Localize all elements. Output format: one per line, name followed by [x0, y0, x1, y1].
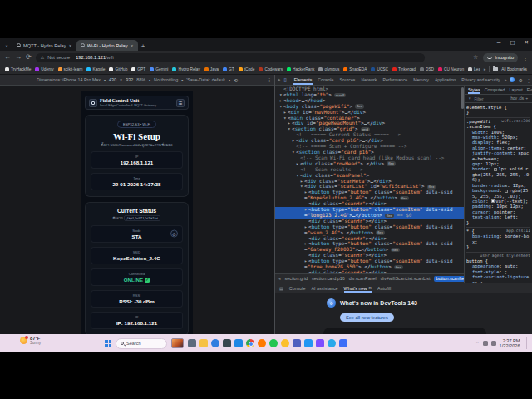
all-bookmarks-button[interactable]: All Bookmarks [501, 67, 527, 71]
dom-tree-row[interactable]: ▸<button type="button" class="scanItem" … [275, 224, 464, 236]
volume-icon[interactable] [491, 341, 496, 346]
vscode-icon[interactable] [304, 339, 313, 347]
bookmark-item[interactable]: UCSC [371, 67, 388, 71]
more-tabs-icon[interactable]: » [505, 77, 507, 82]
tray-chevron-icon[interactable]: ⌃ [475, 341, 480, 346]
tab-wifi[interactable]: Wi-Fi - Hydro Relay ✕ [76, 40, 138, 51]
blue-app-icon[interactable] [339, 339, 347, 347]
file-explorer-icon[interactable] [188, 339, 196, 347]
bookmark-item[interactable]: Gemini [150, 67, 168, 71]
bookmark-item[interactable]: Tinkercad [392, 67, 416, 71]
styles-tab-computed[interactable]: Computed [485, 87, 505, 92]
tab-mqtt[interactable]: MQTT - Hydro Relay ✕ [12, 40, 76, 51]
show-desktop-button[interactable] [526, 337, 528, 349]
device-zoom-select[interactable]: 88% [136, 77, 145, 82]
drawer-tab-autofill[interactable]: Autofill [377, 283, 391, 293]
forward-button[interactable]: → [15, 54, 22, 61]
styles-toolbar-icons[interactable]: :hov .cls ＋ [510, 96, 529, 101]
maximize-button[interactable]: ▢ [510, 39, 515, 46]
breadcrumb-item[interactable]: button.scanItem [434, 276, 464, 282]
css-property[interactable]: font-variant-ligatures: ; [466, 274, 530, 283]
dom-tree-row[interactable]: ▸<button type="button" class="scanItem" … [275, 241, 464, 253]
taskbar-search[interactable]: Search [116, 338, 167, 349]
styles-filter-input[interactable]: Filter [474, 96, 483, 101]
breadcrumb-item[interactable]: section.card.p16 [312, 276, 345, 281]
drawer-tab-console[interactable]: Console [289, 283, 306, 293]
drawer-menu-icon[interactable]: ▤ [279, 286, 283, 291]
bookmark-item[interactable]: Hydro Relay [172, 67, 200, 71]
bookmark-item[interactable]: GitHub [109, 67, 127, 71]
bookmark-item[interactable]: DSD [420, 67, 434, 71]
tab-close-icon[interactable]: ✕ [69, 43, 72, 48]
profile-dot-icon[interactable] [510, 77, 515, 82]
styles-tab-event-listeners[interactable]: Event Listeners [527, 87, 532, 92]
folder-icon[interactable] [200, 339, 208, 347]
dom-tree-row[interactable]: ▸<button type="button" class="scanItem" … [275, 190, 464, 201]
bookmark-item[interactable]: tCode [239, 67, 255, 71]
bookmark-item[interactable]: HackerRank [287, 67, 314, 71]
bookmarks-overflow-icon[interactable]: » [484, 66, 486, 71]
bookmark-item[interactable]: Kaggle [86, 67, 105, 71]
edge-browser-icon[interactable] [211, 339, 219, 347]
css-rule-header[interactable]: wifi.css:300.pageWifi .scanItem { [466, 119, 530, 130]
rotate-device-icon[interactable]: ⟲ [234, 77, 238, 83]
save-data-select[interactable]: 'Save-Data': default [186, 77, 225, 82]
devtools-tab-application[interactable]: Application [434, 76, 456, 85]
styles-tab-styles[interactable]: Styles [468, 86, 480, 94]
bookmark-item[interactable]: Udemy [35, 67, 53, 71]
dom-tree-row[interactable]: ▸<button type="button" class="scanItem" … [275, 207, 464, 219]
devtools-tab-memory[interactable]: Memory [412, 76, 430, 85]
breadcrumb-scroll-left-icon[interactable]: ◂ [278, 276, 281, 281]
start-button[interactable] [105, 340, 111, 347]
teams-icon[interactable] [293, 339, 301, 347]
bookmark-item[interactable]: Codewars [259, 67, 283, 71]
scrollbar-thumb[interactable] [461, 87, 464, 109]
css-property[interactable]: justify-content: space-between; [466, 150, 530, 161]
device-dimensions-select[interactable]: Dimensions: iPhone 14 Pro Max [37, 77, 101, 82]
minimize-button[interactable]: ─ [497, 39, 501, 46]
network-icon[interactable] [483, 341, 488, 346]
breadcrumb-item[interactable]: div.scanPanel [349, 276, 377, 281]
taskbar-clock[interactable]: 2:37 PM 1/22/2026 [500, 338, 520, 349]
bookmark-item[interactable]: olympus [318, 67, 339, 71]
telegram-icon[interactable] [328, 339, 336, 347]
purple-diamond-app-icon[interactable] [316, 339, 324, 347]
bookmark-item[interactable]: Learn Data Analytic... [468, 67, 480, 71]
inspect-element-icon[interactable]: ⌖ [278, 77, 280, 82]
bookmark-item[interactable]: GPT [131, 67, 145, 71]
devtools-tab-sources[interactable]: Sources [338, 76, 356, 85]
bookmark-item[interactable]: TryHackMe [5, 67, 31, 71]
device-height-input[interactable]: 932 [126, 77, 133, 82]
close-button[interactable]: ✕ [525, 39, 529, 46]
outlook-icon[interactable] [234, 339, 243, 347]
devtools-tab-performance[interactable]: Performance [382, 76, 408, 85]
breadcrumb-item[interactable]: section.grid [285, 276, 308, 281]
devtools-menu-icon[interactable]: ⋮ [526, 77, 531, 83]
drawer-tab-close-icon[interactable]: ✕ [368, 286, 372, 290]
reload-button[interactable]: ⟳ [26, 54, 32, 61]
chrome-profile-icon[interactable] [281, 339, 289, 347]
breadcrumb-item[interactable]: div#wifiScanList.scanList [381, 276, 431, 281]
vlc-icon[interactable] [258, 339, 266, 347]
browser-menu-icon[interactable]: ⋮ [523, 55, 528, 61]
device-width-input[interactable]: 430 [109, 77, 116, 82]
drawer-tab-ai-assistance[interactable]: AI assistance [312, 283, 338, 293]
bookmark-item[interactable]: CU Neuron [438, 67, 464, 71]
bookmark-star-icon[interactable]: ☆ [473, 54, 478, 61]
devtools-tab-privacy-and-security[interactable]: Privacy and security [461, 76, 500, 85]
device-toolbar-toggle-icon[interactable]: ▯ [283, 77, 286, 82]
devtools-tab-console[interactable]: Console [317, 76, 334, 85]
bookmark-item[interactable]: Java [204, 67, 219, 71]
new-tab-button[interactable]: + [141, 42, 145, 50]
see-all-features-button[interactable]: See all new features [340, 313, 394, 322]
device-toolbar-menu-icon[interactable]: ⋮ [268, 77, 273, 82]
hamburger-menu-button[interactable]: ☰ [176, 99, 185, 107]
chrome-icon[interactable] [246, 339, 254, 347]
css-property[interactable]: border: 1px solid rgba(255, 255, 255, .0… [466, 166, 530, 182]
bookmark-item[interactable]: SnapEDA [343, 67, 367, 71]
green-app-icon[interactable] [269, 339, 278, 347]
tab-search-icon[interactable]: ⌄ [2, 41, 11, 49]
devtools-tab-elements[interactable]: Elements [293, 76, 313, 85]
dom-tree-row[interactable]: ▸<button type="button" class="scanItem" … [275, 259, 464, 270]
address-bar[interactable]: ⚠ Not secure 192.168.1.121/wifi [36, 53, 425, 62]
